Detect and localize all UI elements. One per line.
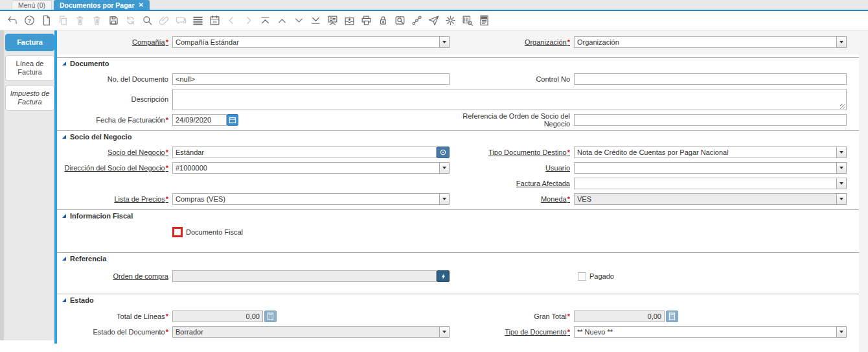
referencia-orden-label: Referencia de Orden de Socio del Negocio (452, 112, 571, 128)
required-marker: * (166, 38, 168, 46)
required-marker: * (166, 164, 168, 172)
socio-negocio-input[interactable] (172, 147, 437, 158)
moneda-combobox (574, 193, 847, 205)
resize-grip-icon[interactable] (840, 104, 845, 109)
compania-input[interactable] (172, 36, 439, 48)
archive-icon[interactable] (341, 12, 358, 29)
section-referencia[interactable]: Referencia (57, 252, 868, 264)
help-icon[interactable]: ? (21, 12, 38, 29)
calculator-button[interactable] (264, 311, 277, 322)
undo-icon[interactable] (4, 12, 21, 29)
print-icon[interactable] (358, 12, 374, 29)
calendar-icon[interactable]: 31 (206, 12, 223, 29)
pagado-checkbox[interactable] (578, 272, 586, 281)
attachment-icon[interactable] (155, 12, 172, 29)
moneda-input[interactable] (574, 193, 836, 205)
section-socio-title: Socio del Negocio (70, 133, 131, 141)
chevron-down-icon[interactable] (439, 326, 450, 338)
lock-icon[interactable] (374, 12, 391, 29)
compania-combobox (172, 36, 450, 48)
record-search-button[interactable] (437, 147, 450, 158)
sidebar-tab-linea-de-factura[interactable]: Línea de Factura (5, 55, 54, 81)
fecha-facturacion-input[interactable] (172, 114, 227, 126)
organizacion-label: Organización* (452, 38, 571, 46)
send-mail-icon[interactable] (425, 12, 442, 29)
tipo-documento-input[interactable] (574, 326, 836, 338)
orden-compra-input[interactable] (172, 270, 437, 282)
window-tab-bar: Menú (0) Documentos por Pagar ✕ (0, 0, 868, 11)
calculator-icon (267, 312, 274, 320)
total-lineas-input[interactable] (172, 311, 263, 322)
sidebar-tab-impuesto-de-factura[interactable]: Impuesto de Factura (5, 85, 54, 111)
referencia-orden-input[interactable] (574, 114, 847, 126)
pagado-label: Pagado (589, 272, 614, 280)
required-marker: * (166, 116, 168, 124)
previous-page-icon[interactable] (223, 12, 240, 29)
chevron-down-icon[interactable] (836, 326, 847, 338)
moneda-label: Moneda* (452, 195, 571, 203)
chevron-down-icon[interactable] (836, 36, 847, 48)
descripcion-label: Descripción (57, 89, 170, 103)
calculator-button[interactable] (666, 311, 678, 322)
next-record-icon[interactable] (290, 12, 307, 29)
documento-fiscal-checkbox[interactable] (172, 227, 183, 237)
calendar-picker-button[interactable] (227, 114, 238, 126)
toolbar: ? 31 (0, 11, 868, 30)
new-record-icon[interactable] (38, 12, 54, 29)
chevron-down-icon[interactable] (439, 36, 450, 48)
detail-record-icon[interactable] (324, 12, 341, 29)
tab-documentos-por-pagar[interactable]: Documentos por Pagar ✕ (54, 0, 150, 10)
chevron-down-icon[interactable] (439, 193, 450, 205)
section-socio-del-negocio[interactable]: Socio del Negocio (57, 130, 868, 142)
report-icon[interactable] (475, 12, 492, 29)
delete-record-icon[interactable] (71, 12, 88, 29)
next-page-icon[interactable] (240, 12, 257, 29)
section-informacion-fiscal[interactable]: Informacion Fiscal (57, 209, 868, 221)
factura-afectada-input[interactable] (574, 178, 836, 189)
chevron-down-icon[interactable] (836, 147, 847, 158)
no-documento-input[interactable] (172, 73, 450, 85)
chevron-down-icon[interactable] (836, 193, 847, 205)
find-icon[interactable] (139, 12, 155, 29)
descripcion-textarea[interactable] (172, 89, 847, 110)
close-icon[interactable]: ✕ (139, 1, 144, 8)
gran-total-input[interactable] (574, 311, 665, 322)
sidebar-tab-factura[interactable]: Factura (5, 34, 54, 51)
estado-documento-label: Estado del Documento* (57, 328, 170, 336)
usuario-input[interactable] (574, 162, 836, 174)
zoom-across-icon[interactable] (391, 12, 408, 29)
control-no-input[interactable] (574, 73, 847, 85)
zoom-document-button[interactable] (437, 270, 450, 282)
section-documento[interactable]: Documento (57, 57, 868, 69)
organizacion-input[interactable] (574, 36, 836, 48)
tab-menu[interactable]: Menú (0) (12, 0, 52, 10)
grid-toggle-icon[interactable] (189, 12, 206, 29)
copy-record-icon[interactable] (54, 12, 71, 29)
required-marker: * (567, 148, 570, 156)
chevron-down-icon[interactable] (836, 178, 847, 189)
sidebar-splitter[interactable] (0, 30, 4, 340)
right-gutter (859, 30, 868, 352)
refresh-icon[interactable] (122, 12, 139, 29)
workflow-icon[interactable] (408, 12, 425, 29)
chevron-down-icon[interactable] (439, 162, 450, 174)
first-record-icon[interactable] (257, 12, 273, 29)
tipo-documento-label: Tipo de Documento* (452, 328, 571, 336)
estado-documento-input[interactable] (172, 326, 439, 338)
required-marker: * (567, 38, 570, 46)
section-estado[interactable]: Estado (57, 294, 868, 305)
previous-record-icon[interactable] (273, 12, 290, 29)
direccion-socio-label: Dirección del Socio del Negocio* (57, 164, 170, 172)
product-info-icon[interactable] (459, 12, 475, 29)
lista-precios-input[interactable] (172, 193, 439, 205)
chevron-down-icon[interactable] (836, 162, 847, 174)
required-marker: * (166, 328, 168, 336)
delete-selection-icon[interactable] (88, 12, 105, 29)
direccion-socio-input[interactable] (172, 162, 439, 174)
last-record-icon[interactable] (307, 12, 324, 29)
chat-icon[interactable] (172, 12, 189, 29)
tipo-doc-destino-input[interactable] (574, 147, 836, 158)
save-icon[interactable] (105, 12, 122, 29)
preferences-icon[interactable] (442, 12, 459, 29)
sidebar-tab-impuesto-label: Impuesto de Factura (10, 89, 50, 106)
